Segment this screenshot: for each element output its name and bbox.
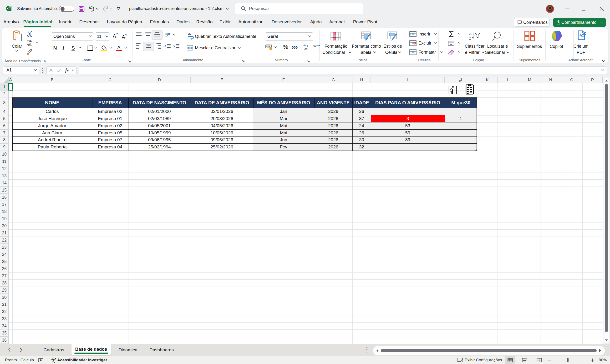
- svg-text:X: X: [6, 7, 8, 10]
- svg-text:0: 0: [307, 45, 308, 47]
- svg-text:,00: ,00: [313, 44, 317, 47]
- svg-text:,00: ,00: [304, 48, 308, 51]
- svg-text:A: A: [579, 33, 581, 37]
- svg-text:A: A: [469, 32, 472, 36]
- svg-text:ab: ab: [188, 33, 191, 36]
- svg-text:Z: Z: [469, 37, 471, 40]
- svg-text:123: 123: [267, 46, 270, 48]
